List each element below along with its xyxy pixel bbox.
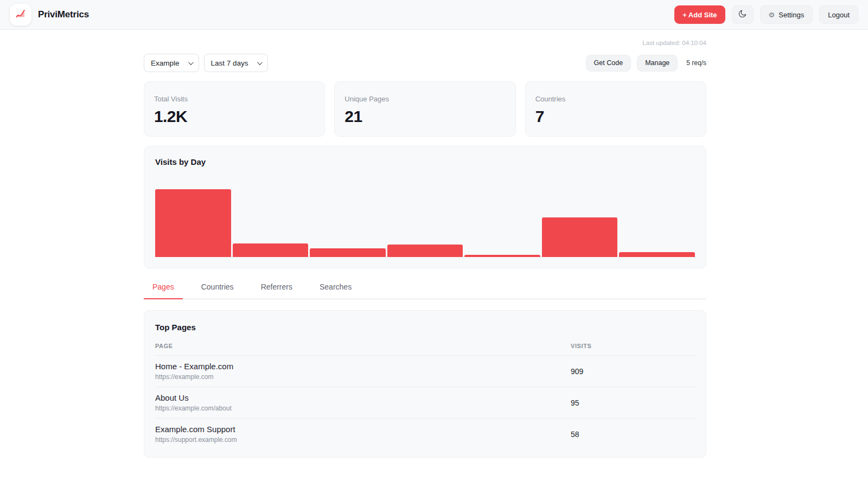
settings-button[interactable]: ⚙ Settings: [760, 5, 813, 24]
page-url: https://example.com: [155, 373, 571, 381]
topbar-actions: + Add Site ⚙ Settings Logout: [674, 5, 858, 24]
site-actions: Get Code Manage 5 req/s: [586, 55, 706, 72]
page-title: Example.com Support: [155, 425, 571, 434]
table-title: Top Pages: [155, 323, 695, 332]
visits-bar: [310, 248, 386, 257]
top-bar: PriviMetrics + Add Site ⚙ Settings Logou…: [0, 0, 868, 30]
stat-label: Total Visits: [154, 95, 315, 103]
app-logo: [10, 4, 31, 25]
logout-button[interactable]: Logout: [819, 5, 858, 24]
gear-icon: ⚙: [769, 11, 775, 18]
request-rate-text: 5 req/s: [686, 59, 706, 67]
chevron-down-icon: [188, 60, 193, 65]
chevron-down-icon: [257, 60, 263, 65]
area-line-chart-icon: [15, 8, 27, 22]
column-header-visits: Visits: [571, 343, 695, 349]
get-code-button[interactable]: Get Code: [586, 55, 631, 72]
controls-row: Example Last 7 days Get Code Manage 5 re…: [144, 54, 706, 72]
dashboard: Last updated: 04:10:04 Example Last 7 da…: [144, 40, 706, 458]
stat-value: 1.2K: [154, 107, 315, 126]
page-title: Home - Example.com: [155, 362, 571, 371]
settings-label: Settings: [778, 11, 804, 19]
table-body: Home - Example.com https://example.com 9…: [155, 356, 695, 450]
visits-bar: [464, 255, 540, 257]
table-row: About Us https://example.com/about 95: [155, 387, 695, 419]
visits-bar: [155, 189, 231, 257]
brand: PriviMetrics: [10, 4, 89, 25]
column-header-page: Page: [155, 343, 571, 349]
tab-countries[interactable]: Countries: [193, 279, 242, 299]
site-select-value: Example: [151, 59, 180, 67]
manage-button[interactable]: Manage: [637, 55, 678, 72]
table-row: Example.com Support https://support.exam…: [155, 419, 695, 450]
visits-by-day-card: Visits by Day: [144, 146, 706, 268]
tab-pages[interactable]: Pages: [144, 279, 183, 299]
theme-toggle-button[interactable]: [732, 5, 754, 24]
stat-cards: Total Visits 1.2K Unique Pages 21 Countr…: [144, 81, 706, 137]
stat-card: Countries 7: [525, 81, 706, 137]
tab-searches[interactable]: Searches: [311, 279, 360, 299]
add-site-button[interactable]: + Add Site: [674, 5, 725, 24]
stat-value: 7: [535, 107, 696, 126]
visits-bar: [387, 245, 463, 257]
report-tabs: PagesCountriesReferrersSearches: [144, 279, 706, 299]
bar-chart: [155, 189, 695, 257]
page-title: About Us: [155, 393, 571, 402]
visits-bar: [233, 243, 309, 257]
site-select[interactable]: Example: [144, 54, 199, 72]
table-header-row: Page Visits: [155, 343, 695, 356]
date-range-value: Last 7 days: [211, 59, 248, 67]
last-updated-text: Last updated: 04:10:04: [144, 40, 706, 46]
filters: Example Last 7 days: [144, 54, 268, 72]
stat-label: Countries: [535, 95, 696, 103]
stat-label: Unique Pages: [344, 95, 505, 103]
page-url: https://example.com/about: [155, 404, 571, 412]
visits-bar: [542, 217, 618, 257]
moon-icon: [738, 9, 747, 20]
table-row: Home - Example.com https://example.com 9…: [155, 356, 695, 387]
app-title: PriviMetrics: [38, 9, 89, 20]
tab-referrers[interactable]: Referrers: [252, 279, 301, 299]
top-pages-table: Page Visits Home - Example.com https://e…: [155, 343, 695, 450]
stat-value: 21: [344, 107, 505, 126]
page-visits: 95: [571, 399, 695, 407]
page-visits: 909: [571, 367, 695, 376]
page-visits: 58: [571, 430, 695, 439]
top-pages-card: Top Pages Page Visits Home - Example.com…: [144, 310, 706, 458]
date-range-select[interactable]: Last 7 days: [204, 54, 268, 72]
visits-bar: [619, 252, 695, 257]
stat-card: Total Visits 1.2K: [144, 81, 325, 137]
chart-title: Visits by Day: [155, 157, 695, 166]
stat-card: Unique Pages 21: [334, 81, 515, 137]
page-url: https://support.example.com: [155, 436, 571, 444]
